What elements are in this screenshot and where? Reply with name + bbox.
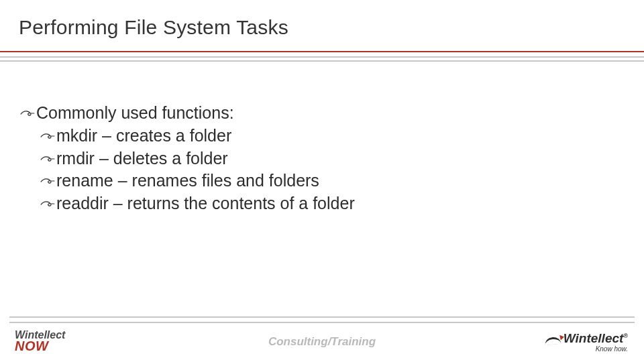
swirl-icon [20,105,35,123]
bullet-level2: rename – renames files and folders [20,170,644,192]
title-area: Performing File System Tasks [0,0,644,44]
list-item-text: mkdir – creates a folder [56,126,231,145]
bullet-heading-text: Commonly used functions: [36,103,234,122]
swirl-icon [40,127,55,145]
list-item-text: rmdir – deletes a folder [56,149,228,168]
logo-right-brand-text: Wintellect [564,331,624,345]
registered-mark: ® [623,333,628,339]
swirl-icon [40,150,55,168]
bullet-level2: rmdir – deletes a folder [20,147,644,170]
footer: Wintellect NOW Consulting/Training Winte… [0,316,644,357]
list-item-text: readdir – returns the contents of a fold… [56,194,355,213]
title-separator [0,51,644,75]
bullet-level2: readdir – returns the contents of a fold… [20,192,644,215]
logo-wintellect: Wintellect® Know how. [545,332,628,353]
swirl-icon [40,195,55,213]
list-item-text: rename – renames files and folders [56,171,319,190]
footer-separator [9,316,635,323]
swirl-icon [40,172,55,190]
swoosh-icon [545,335,562,344]
slide-title: Performing File System Tasks [19,16,644,39]
content-area: Commonly used functions: mkdir – creates… [0,75,644,215]
logo-right-tagline: Know how. [545,346,628,353]
bullet-level2: mkdir – creates a folder [20,125,644,147]
bullet-level1: Commonly used functions: [20,102,644,125]
